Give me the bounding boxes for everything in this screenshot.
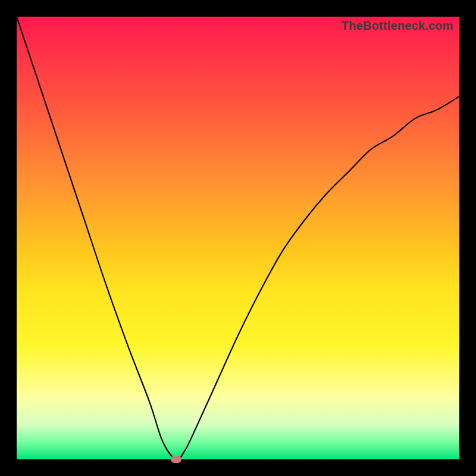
chart-frame: TheBottleneck.com — [0, 0, 476, 476]
plot-area: TheBottleneck.com — [17, 17, 459, 459]
optimal-point-marker — [171, 456, 181, 463]
bottleneck-curve — [17, 17, 459, 459]
